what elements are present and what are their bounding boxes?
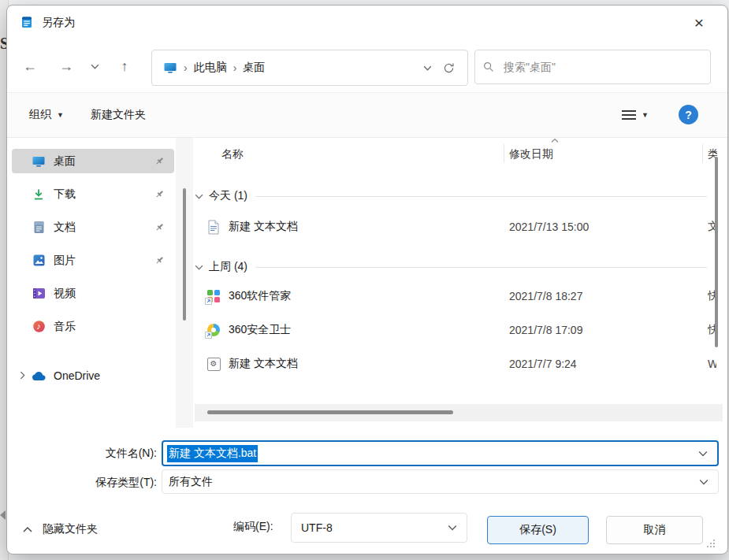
file-name: 360安全卫士 — [229, 323, 291, 337]
sidebar-item-videos[interactable]: 视频 — [12, 281, 174, 306]
refresh-icon — [443, 62, 455, 74]
caret-down-icon: ▼ — [642, 111, 649, 119]
sidebar-item-label: 图片 — [54, 254, 154, 268]
organize-label: 组织 — [29, 108, 51, 122]
file-name: 新建 文本文档 — [229, 220, 298, 234]
sidebar-item-pictures[interactable]: 图片 — [12, 248, 174, 273]
filename-selected-text: 新建 文本文档.bat — [167, 445, 258, 462]
column-header-label: 修改日期 — [509, 147, 553, 160]
search-icon — [483, 61, 494, 72]
save-type-label: 保存类型(T): — [7, 476, 157, 490]
new-folder-label: 新建文件夹 — [91, 108, 146, 122]
encoding-select[interactable]: UTF-8 — [291, 513, 467, 543]
group-label: 今天 (1) — [209, 189, 247, 203]
sidebar-item-onedrive[interactable]: OneDrive — [12, 363, 174, 388]
save-type-value: 所有文件 — [169, 475, 213, 489]
group-header-today[interactable]: 今天 (1) — [195, 187, 707, 206]
up-icon: ↑ — [121, 58, 128, 75]
sidebar-scrollbar-thumb[interactable] — [183, 188, 186, 321]
new-folder-button[interactable]: 新建文件夹 — [83, 102, 154, 128]
back-icon: ← — [23, 58, 37, 75]
this-pc-icon — [163, 61, 177, 74]
search-input[interactable] — [502, 60, 702, 74]
text-file-icon — [206, 219, 221, 235]
file-row[interactable]: 360软件管家 2021/7/8 18:27 快 — [195, 283, 716, 310]
save-type-select[interactable]: 所有文件 — [162, 469, 719, 494]
pin-icon[interactable] — [154, 156, 165, 167]
save-button-label: 保存(S) — [519, 523, 556, 537]
chevron-down-icon — [195, 192, 203, 201]
column-header-name[interactable]: 名称 — [221, 147, 244, 161]
column-divider[interactable] — [702, 144, 703, 163]
file-type: W — [708, 358, 716, 370]
pin-icon[interactable] — [154, 189, 165, 200]
breadcrumb-desktop[interactable]: 桌面 — [243, 61, 265, 75]
sidebar-item-label: 文档 — [54, 221, 154, 235]
file-name: 360软件管家 — [229, 289, 291, 303]
back-button[interactable]: ← — [17, 53, 43, 80]
file-row[interactable]: ⚙ 新建 文本文档 2021/7/7 9:24 W — [195, 350, 716, 377]
column-divider[interactable] — [504, 144, 504, 163]
pin-icon[interactable] — [154, 222, 165, 233]
filelist-horizontal-scrollbar-thumb[interactable] — [207, 410, 453, 414]
sidebar-item-desktop[interactable]: 桌面 — [12, 149, 174, 173]
music-icon: ♪ — [31, 319, 46, 335]
resize-grip[interactable] — [705, 538, 716, 549]
address-bar[interactable]: › 此电脑 › 桌面 — [151, 50, 468, 86]
360-software-manager-icon — [206, 288, 221, 304]
close-button[interactable]: × — [682, 9, 716, 37]
group-divider-line — [255, 267, 707, 268]
sidebar-item-label: 音乐 — [54, 320, 174, 334]
sidebar-item-music[interactable]: ♪ 音乐 — [12, 314, 174, 339]
address-dropdown-button[interactable] — [423, 64, 432, 72]
gear-glyph: ⚙ — [210, 359, 218, 368]
hide-folders-button[interactable]: 隐藏文件夹 — [23, 519, 98, 540]
onedrive-icon — [31, 368, 46, 384]
filelist-vertical-scrollbar[interactable] — [715, 157, 718, 347]
documents-icon — [31, 220, 46, 235]
up-button[interactable]: ↑ — [111, 53, 138, 80]
organize-button[interactable]: 组织 ▼ — [21, 102, 72, 128]
chevron-right-icon[interactable] — [18, 371, 28, 380]
chevron-down-icon — [195, 263, 203, 272]
save-button[interactable]: 保存(S) — [487, 516, 589, 544]
filename-label: 文件名(N): — [7, 447, 157, 461]
recent-locations-button[interactable] — [84, 53, 105, 80]
forward-button[interactable]: → — [53, 53, 80, 80]
sidebar-item-documents[interactable]: 文档 — [12, 215, 174, 239]
file-row[interactable]: 新建 文本文档 2021/7/13 15:00 文 — [195, 213, 716, 240]
chevron-down-icon[interactable] — [448, 523, 457, 532]
chevron-down-icon[interactable] — [698, 449, 708, 458]
chevron-down-icon — [91, 62, 99, 71]
search-box[interactable] — [474, 50, 711, 84]
list-view-icon — [622, 109, 636, 121]
help-glyph: ? — [685, 109, 692, 121]
sort-ascending-icon — [551, 138, 559, 143]
caret-down-icon: ▼ — [57, 111, 64, 119]
cancel-button[interactable]: 取消 — [606, 516, 703, 544]
close-icon: × — [694, 13, 704, 32]
desktop-icon — [31, 154, 46, 169]
encoding-label: 编码(E): — [233, 520, 273, 534]
batch-file-icon: ⚙ — [206, 356, 221, 372]
title-bar[interactable]: 另存为 × — [7, 6, 727, 40]
sidebar-item-downloads[interactable]: 下载 — [12, 182, 174, 206]
filename-input[interactable]: 新建 文本文档.bat — [162, 440, 719, 466]
shortcut-arrow-icon — [205, 298, 212, 305]
breadcrumb-this-pc[interactable]: 此电脑 — [194, 61, 227, 75]
downloads-icon — [31, 187, 46, 202]
refresh-button[interactable] — [443, 62, 455, 74]
pin-icon[interactable] — [154, 255, 165, 266]
chevron-down-icon[interactable] — [699, 477, 709, 487]
group-divider-line — [255, 196, 707, 197]
file-date: 2021/7/13 15:00 — [509, 221, 589, 233]
forward-icon: → — [59, 58, 73, 75]
breadcrumb-separator: › — [184, 61, 188, 74]
group-header-last-week[interactable]: 上周 (4) — [195, 258, 707, 276]
column-header-date[interactable]: 修改日期 — [509, 147, 553, 161]
help-button[interactable]: ? — [679, 105, 698, 124]
cancel-button-label: 取消 — [644, 523, 666, 537]
background-arrow-icon — [0, 510, 6, 520]
file-row[interactable]: 360安全卫士 2021/7/8 17:09 快 — [195, 317, 716, 343]
view-options-button[interactable]: ▼ — [614, 102, 656, 128]
